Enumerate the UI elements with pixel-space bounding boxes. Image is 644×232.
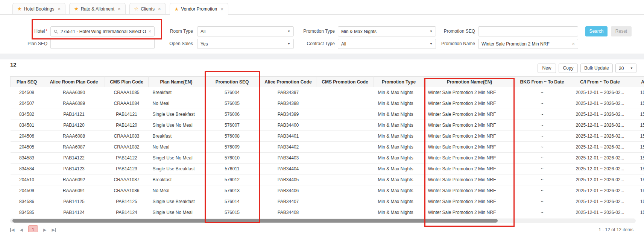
close-icon[interactable]: ×: [158, 6, 161, 11]
cell-plan-name-en: Single Use No Meal: [149, 120, 204, 131]
promotion-name-input-field[interactable]: [481, 41, 570, 47]
table-row[interactable]: 204506 RAAA6088 CRAAA1083 Breakfast 5760…: [11, 131, 644, 142]
page-size-value: 20: [619, 66, 624, 71]
favorite-star-icon[interactable]: ★: [175, 7, 179, 12]
current-page-button[interactable]: 1: [28, 225, 38, 232]
table-row[interactable]: 834585 PAB14124 PAB14124 Single Use No M…: [11, 207, 644, 218]
reset-button[interactable]: Reset: [611, 26, 632, 36]
tab-label[interactable]: Vendor Promotion: [181, 6, 217, 12]
cell-cms-promotion-code: [316, 131, 374, 142]
plan-seq-input[interactable]: [50, 39, 155, 49]
cell-ci-from-to-date: 2025-12-01 ~ 2026-02...: [569, 174, 631, 185]
cell-clipped: 15: [631, 185, 644, 196]
clear-icon[interactable]: ×: [572, 41, 575, 46]
cell-promotion-type: Min & Max Nights: [374, 196, 424, 207]
horizontal-scrollbar-thumb[interactable]: [12, 219, 498, 223]
cell-promotion-seq: 576008: [204, 131, 260, 142]
cell-promotion-type: Min & Max Nights: [374, 153, 424, 164]
table-row[interactable]: 834586 PAB14125 PAB14125 Single Use Brea…: [11, 196, 644, 207]
cell-bkg-from-to-date: ~: [515, 174, 569, 185]
cell-clipped: 15: [631, 142, 644, 153]
cell-ci-from-to-date: 2025-12-01 ~ 2026-02...: [569, 109, 631, 120]
cell-promotion-type: Min & Max Nights: [374, 120, 424, 131]
horizontal-scrollbar-track[interactable]: [10, 218, 636, 223]
table-row[interactable]: 204509 RAAA6091 CRAAA1086 No Meal 576013…: [11, 185, 644, 196]
cell-promotion-seq: 576012: [204, 174, 260, 185]
cell-plan-name-en: Singel Use No Meal: [149, 153, 204, 164]
cell-bkg-from-to-date: ~: [515, 87, 569, 98]
open-sales-select[interactable]: Yes ▼: [197, 39, 294, 49]
room-type-select[interactable]: All ▼: [197, 26, 294, 36]
cell-cms-plan-code: CRAAA1083: [105, 131, 149, 142]
table-row[interactable]: 204508 RAAA6090 CRAAA1085 Breakfast 5760…: [11, 87, 644, 98]
cell-alice-promotion-code: PAB34401: [260, 131, 316, 142]
close-icon[interactable]: ×: [118, 6, 121, 11]
table-row[interactable]: 834584 PAB14123 PAB14123 Single Use Brea…: [11, 164, 644, 174]
cell-promotion-seq: 576015: [204, 207, 260, 218]
promotion-name-input[interactable]: ×: [478, 39, 578, 49]
favorite-star-icon[interactable]: ★: [74, 6, 79, 11]
cell-promotion-seq: 576006: [204, 109, 260, 120]
column-header-promotion-type: Promotion Type: [374, 77, 424, 87]
table-row[interactable]: 834581 PAB14120 PAB14120 Single Use No M…: [11, 120, 644, 131]
plan-seq-input-field[interactable]: [54, 41, 151, 47]
cell-promotion-seq: 576005: [204, 98, 260, 109]
table-row[interactable]: 204510 RAAA6092 CRAAA1087 Breakfast 5760…: [11, 174, 644, 185]
copy-button[interactable]: Copy: [559, 64, 578, 73]
table-row[interactable]: 834582 PAB14121 PAB14121 Single Use Brea…: [11, 109, 644, 120]
cell-promotion-type: Min & Max Nights: [374, 185, 424, 196]
cell-clipped: 15: [631, 153, 644, 164]
promotion-seq-input[interactable]: [478, 26, 578, 36]
hotel-input[interactable]: ×: [50, 26, 155, 36]
cell-promotion-name-en: Winter Sale Promotion 2 Min NRF: [424, 109, 515, 120]
filter-panel: Hotel* × Room Type All ▼ Promotion Type …: [0, 15, 644, 53]
promotion-type-label: Promotion Type: [295, 26, 335, 36]
cell-plan-name-en: No Meal: [149, 142, 204, 153]
table-row[interactable]: 204507 RAAA6089 CRAAA1084 No Meal 576005…: [11, 98, 644, 109]
tab-hotel-bookings[interactable]: ★ Hotel Bookings ×: [12, 3, 65, 14]
cell-plan-name-en: Single Use Breakfast: [149, 109, 204, 120]
cell-alice-promotion-code: PAB34397: [260, 87, 316, 98]
cell-promotion-type: Min & Max Nights: [374, 164, 424, 174]
bulk-update-button[interactable]: Bulk Update: [580, 64, 613, 73]
prev-page-button[interactable]: ◀: [20, 228, 23, 232]
tab-label[interactable]: Clients: [141, 6, 155, 12]
contract-type-select[interactable]: All ▼: [338, 39, 436, 49]
hotel-label: Hotel*: [8, 26, 47, 36]
cell-plan-seq: 204506: [11, 131, 43, 142]
cell-ci-from-to-date: 2025-12-01 ~ 2026-02...: [569, 142, 631, 153]
table-row[interactable]: 204505 RAAA6087 CRAAA1082 No Meal 576009…: [11, 142, 644, 153]
favorite-star-icon[interactable]: ★: [17, 6, 22, 11]
results-table: Plan SEQ Alice Room Plan Code CMS Plan C…: [10, 76, 644, 218]
tab-label[interactable]: Hotel Bookings: [24, 6, 55, 12]
favorite-star-outline-icon[interactable]: ☆: [134, 6, 139, 11]
hotel-input-field[interactable]: [61, 29, 146, 34]
search-button[interactable]: Search: [585, 26, 608, 36]
prev-triangle-icon: ◀: [11, 228, 14, 232]
close-icon[interactable]: ×: [58, 6, 61, 11]
cell-promotion-type: Min & Max Nights: [374, 131, 424, 142]
cell-promotion-seq: 576010: [204, 153, 260, 164]
promotion-seq-input-field[interactable]: [481, 29, 575, 34]
clear-icon[interactable]: ×: [148, 29, 151, 34]
cell-plan-seq: 204508: [11, 87, 43, 98]
new-button[interactable]: New: [538, 64, 556, 73]
cell-promotion-seq: 576004: [204, 87, 260, 98]
next-page-button[interactable]: ▶: [43, 228, 46, 232]
cell-promotion-type: Min & Max Nights: [374, 174, 424, 185]
close-icon[interactable]: ×: [220, 7, 223, 12]
first-page-button[interactable]: ◀: [10, 228, 14, 232]
tab-clients[interactable]: ☆ Clients ×: [129, 3, 166, 14]
tab-vendor-promotion[interactable]: ★ Vendor Promotion ×: [170, 3, 228, 15]
table-row[interactable]: 834583 PAB14122 PAB14122 Singel Use No M…: [11, 153, 644, 164]
tab-label[interactable]: Rate & Allotment: [81, 6, 114, 12]
promotion-type-select[interactable]: Min & Max Nights ▼: [338, 26, 436, 36]
cell-alice-promotion-code: PAB34403: [260, 153, 316, 164]
cell-alice-room-plan-code: RAAA6091: [43, 185, 105, 196]
cell-promotion-seq: 576011: [204, 164, 260, 174]
cell-cms-plan-code: CRAAA1086: [105, 185, 149, 196]
last-page-button[interactable]: ▶: [52, 228, 56, 232]
page-size-select[interactable]: 20 ▼: [615, 64, 636, 73]
section-divider: [0, 54, 644, 59]
tab-rate-allotment[interactable]: ★ Rate & Allotment ×: [69, 3, 126, 14]
